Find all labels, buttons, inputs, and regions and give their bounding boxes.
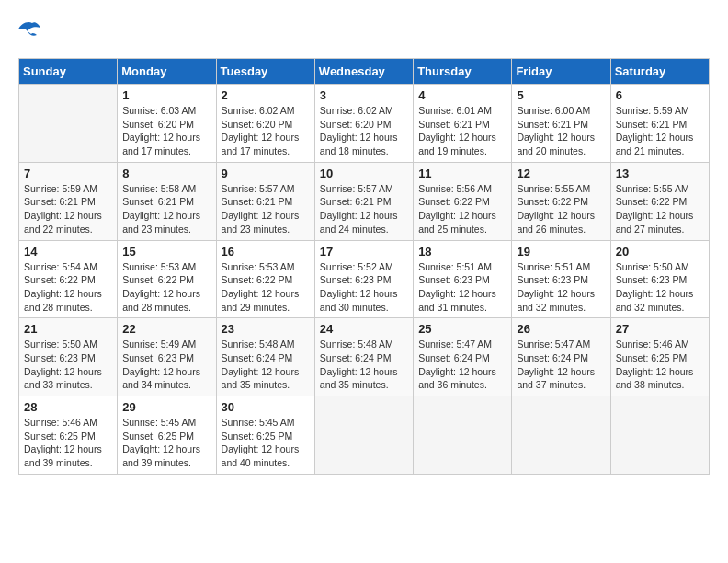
day-info: Sunrise: 5:52 AM Sunset: 6:23 PM Dayligh… xyxy=(320,260,408,315)
calendar-cell: 7Sunrise: 5:59 AM Sunset: 6:21 PM Daylig… xyxy=(19,162,118,240)
day-number: 10 xyxy=(320,167,408,180)
calendar-cell: 8Sunrise: 5:58 AM Sunset: 6:21 PM Daylig… xyxy=(118,162,216,240)
day-info: Sunrise: 5:55 AM Sunset: 6:22 PM Dayligh… xyxy=(517,182,605,236)
calendar-cell xyxy=(19,85,118,163)
day-number: 26 xyxy=(517,322,605,336)
calendar-cell: 3Sunrise: 6:02 AM Sunset: 6:20 PM Daylig… xyxy=(314,85,413,163)
calendar-cell xyxy=(610,396,709,475)
calendar-cell: 19Sunrise: 5:51 AM Sunset: 6:23 PM Dayli… xyxy=(512,240,610,318)
day-info: Sunrise: 5:56 AM Sunset: 6:22 PM Dayligh… xyxy=(418,182,506,236)
calendar-cell: 11Sunrise: 5:56 AM Sunset: 6:22 PM Dayli… xyxy=(414,162,512,240)
calendar-cell: 12Sunrise: 5:55 AM Sunset: 6:22 PM Dayli… xyxy=(512,162,610,240)
day-info: Sunrise: 5:53 AM Sunset: 6:22 PM Dayligh… xyxy=(122,260,210,315)
calendar-cell: 26Sunrise: 5:47 AM Sunset: 6:24 PM Dayli… xyxy=(512,318,610,396)
day-number: 22 xyxy=(122,322,210,336)
calendar-cell: 5Sunrise: 6:00 AM Sunset: 6:21 PM Daylig… xyxy=(512,85,610,163)
weekday-header: Friday xyxy=(512,59,610,85)
day-info: Sunrise: 5:47 AM Sunset: 6:24 PM Dayligh… xyxy=(418,338,506,392)
weekday-header: Sunday xyxy=(19,59,118,85)
day-info: Sunrise: 6:02 AM Sunset: 6:20 PM Dayligh… xyxy=(320,104,408,158)
day-number: 20 xyxy=(616,245,704,259)
weekday-header: Saturday xyxy=(610,59,709,85)
weekday-header: Monday xyxy=(118,59,216,85)
day-number: 16 xyxy=(222,245,310,259)
calendar-week-row: 28Sunrise: 5:46 AM Sunset: 6:25 PM Dayli… xyxy=(19,396,710,475)
day-number: 23 xyxy=(222,322,310,336)
page-header xyxy=(18,18,710,44)
calendar-cell xyxy=(414,396,512,475)
calendar-cell: 6Sunrise: 5:59 AM Sunset: 6:21 PM Daylig… xyxy=(610,85,709,163)
calendar-week-row: 7Sunrise: 5:59 AM Sunset: 6:21 PM Daylig… xyxy=(19,162,710,240)
calendar-cell: 24Sunrise: 5:48 AM Sunset: 6:24 PM Dayli… xyxy=(314,318,413,396)
day-number: 7 xyxy=(24,167,112,180)
day-info: Sunrise: 5:59 AM Sunset: 6:21 PM Dayligh… xyxy=(616,104,704,158)
calendar-cell: 21Sunrise: 5:50 AM Sunset: 6:23 PM Dayli… xyxy=(19,318,118,396)
calendar-week-row: 14Sunrise: 5:54 AM Sunset: 6:22 PM Dayli… xyxy=(19,240,710,318)
day-info: Sunrise: 5:45 AM Sunset: 6:25 PM Dayligh… xyxy=(122,416,210,470)
calendar-cell: 2Sunrise: 6:02 AM Sunset: 6:20 PM Daylig… xyxy=(216,85,314,163)
day-info: Sunrise: 5:50 AM Sunset: 6:23 PM Dayligh… xyxy=(24,338,112,392)
day-number: 1 xyxy=(122,88,210,102)
day-number: 6 xyxy=(616,88,704,102)
day-info: Sunrise: 5:53 AM Sunset: 6:22 PM Dayligh… xyxy=(222,260,310,315)
day-info: Sunrise: 6:01 AM Sunset: 6:21 PM Dayligh… xyxy=(418,104,506,158)
calendar-cell: 14Sunrise: 5:54 AM Sunset: 6:22 PM Dayli… xyxy=(19,240,118,318)
calendar-cell: 16Sunrise: 5:53 AM Sunset: 6:22 PM Dayli… xyxy=(216,240,314,318)
calendar-cell: 29Sunrise: 5:45 AM Sunset: 6:25 PM Dayli… xyxy=(118,396,216,475)
day-info: Sunrise: 5:46 AM Sunset: 6:25 PM Dayligh… xyxy=(24,416,112,470)
day-info: Sunrise: 6:02 AM Sunset: 6:20 PM Dayligh… xyxy=(222,104,310,158)
day-number: 18 xyxy=(418,245,506,259)
day-number: 3 xyxy=(320,88,408,102)
day-info: Sunrise: 5:55 AM Sunset: 6:22 PM Dayligh… xyxy=(616,182,704,236)
day-info: Sunrise: 5:48 AM Sunset: 6:24 PM Dayligh… xyxy=(222,338,310,392)
day-info: Sunrise: 5:54 AM Sunset: 6:22 PM Dayligh… xyxy=(24,260,112,315)
calendar-cell: 28Sunrise: 5:46 AM Sunset: 6:25 PM Dayli… xyxy=(19,396,118,475)
day-number: 9 xyxy=(222,167,310,180)
calendar-week-row: 21Sunrise: 5:50 AM Sunset: 6:23 PM Dayli… xyxy=(19,318,710,396)
day-number: 19 xyxy=(517,245,605,259)
calendar-week-row: 1Sunrise: 6:03 AM Sunset: 6:20 PM Daylig… xyxy=(19,85,710,163)
calendar-header-row: SundayMondayTuesdayWednesdayThursdayFrid… xyxy=(19,59,710,85)
calendar-cell: 30Sunrise: 5:45 AM Sunset: 6:25 PM Dayli… xyxy=(216,396,314,475)
day-info: Sunrise: 6:03 AM Sunset: 6:20 PM Dayligh… xyxy=(122,104,210,158)
day-info: Sunrise: 6:00 AM Sunset: 6:21 PM Dayligh… xyxy=(517,104,605,158)
calendar-cell: 23Sunrise: 5:48 AM Sunset: 6:24 PM Dayli… xyxy=(216,318,314,396)
weekday-header: Thursday xyxy=(414,59,512,85)
day-info: Sunrise: 5:58 AM Sunset: 6:21 PM Dayligh… xyxy=(122,182,210,236)
calendar-cell: 4Sunrise: 6:01 AM Sunset: 6:21 PM Daylig… xyxy=(414,85,512,163)
day-number: 11 xyxy=(418,167,506,180)
day-number: 5 xyxy=(517,88,605,102)
calendar-cell: 25Sunrise: 5:47 AM Sunset: 6:24 PM Dayli… xyxy=(414,318,512,396)
calendar-cell: 9Sunrise: 5:57 AM Sunset: 6:21 PM Daylig… xyxy=(216,162,314,240)
day-number: 21 xyxy=(24,322,112,336)
day-number: 30 xyxy=(222,400,310,414)
calendar-cell xyxy=(314,396,413,475)
day-number: 27 xyxy=(616,322,704,336)
day-info: Sunrise: 5:46 AM Sunset: 6:25 PM Dayligh… xyxy=(616,338,704,392)
calendar-cell: 13Sunrise: 5:55 AM Sunset: 6:22 PM Dayli… xyxy=(610,162,709,240)
day-info: Sunrise: 5:45 AM Sunset: 6:25 PM Dayligh… xyxy=(222,416,310,470)
day-info: Sunrise: 5:57 AM Sunset: 6:21 PM Dayligh… xyxy=(320,182,408,236)
calendar-cell: 17Sunrise: 5:52 AM Sunset: 6:23 PM Dayli… xyxy=(314,240,413,318)
day-number: 4 xyxy=(418,88,506,102)
calendar-cell xyxy=(512,396,610,475)
calendar-cell: 22Sunrise: 5:49 AM Sunset: 6:23 PM Dayli… xyxy=(118,318,216,396)
calendar-cell: 27Sunrise: 5:46 AM Sunset: 6:25 PM Dayli… xyxy=(610,318,709,396)
logo-icon xyxy=(18,18,46,44)
calendar-cell: 20Sunrise: 5:50 AM Sunset: 6:23 PM Dayli… xyxy=(610,240,709,318)
day-number: 15 xyxy=(122,245,210,259)
day-number: 13 xyxy=(616,167,704,180)
day-info: Sunrise: 5:57 AM Sunset: 6:21 PM Dayligh… xyxy=(222,182,310,236)
day-info: Sunrise: 5:59 AM Sunset: 6:21 PM Dayligh… xyxy=(24,182,112,236)
day-info: Sunrise: 5:51 AM Sunset: 6:23 PM Dayligh… xyxy=(418,260,506,315)
day-info: Sunrise: 5:51 AM Sunset: 6:23 PM Dayligh… xyxy=(517,260,605,315)
calendar-cell: 18Sunrise: 5:51 AM Sunset: 6:23 PM Dayli… xyxy=(414,240,512,318)
calendar-table: SundayMondayTuesdayWednesdayThursdayFrid… xyxy=(18,58,710,475)
calendar-cell: 15Sunrise: 5:53 AM Sunset: 6:22 PM Dayli… xyxy=(118,240,216,318)
day-number: 14 xyxy=(24,245,112,259)
day-info: Sunrise: 5:50 AM Sunset: 6:23 PM Dayligh… xyxy=(616,260,704,315)
day-number: 28 xyxy=(24,400,112,414)
day-number: 2 xyxy=(222,88,310,102)
day-number: 24 xyxy=(320,322,408,336)
day-info: Sunrise: 5:49 AM Sunset: 6:23 PM Dayligh… xyxy=(122,338,210,392)
